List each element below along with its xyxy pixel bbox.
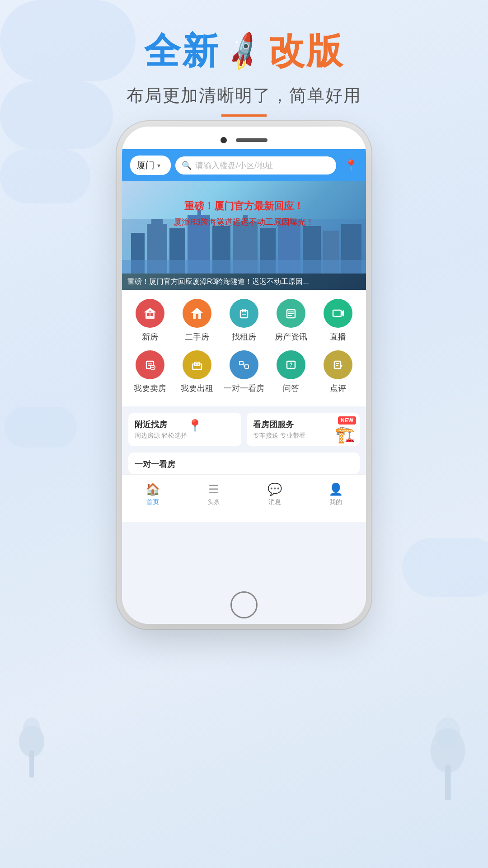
phone-speaker (236, 138, 267, 142)
one-to-one-icon-circle (230, 350, 258, 379)
second-hand-label: 二手房 (185, 331, 209, 342)
title-left: 全新 (144, 27, 220, 76)
menu-item-one-to-one[interactable]: 一对一看房 (224, 350, 264, 394)
svg-rect-24 (147, 313, 150, 316)
phone-notch (122, 127, 366, 149)
bg-cloud-5 (5, 407, 77, 448)
menu-item-live[interactable]: 直播 (318, 299, 358, 342)
city-selector[interactable]: 厦门 ▾ (130, 156, 171, 175)
bg-tree-left (14, 705, 50, 778)
city-name: 厦门 (136, 159, 155, 171)
phone-camera (221, 137, 227, 143)
search-bar[interactable]: 🔍 请输入楼盘/小区/地址 (175, 156, 336, 175)
banner-text-1: 重磅！厦门官方最新回应！ (122, 199, 366, 213)
rent-label: 找租房 (232, 331, 256, 342)
tab-mine-label: 我的 (329, 498, 342, 506)
menu-row-1: 新房 二手房 (127, 299, 361, 342)
title-row: 全新 🚀 改版 (0, 27, 488, 76)
nearby-card-subtitle: 周边房源 轻松选择 (135, 432, 235, 440)
chevron-down-icon: ▾ (157, 162, 160, 169)
bg-cloud-3 (0, 149, 90, 203)
menu-item-second-hand[interactable]: 二手房 (177, 299, 217, 342)
svg-rect-33 (242, 314, 246, 315)
phone-mockup: 厦门 ▾ 🔍 请输入楼盘/小区/地址 📍 (122, 127, 366, 624)
tab-message-icon: 💬 (267, 482, 282, 496)
menu-item-new-house[interactable]: 新房 (130, 299, 170, 342)
search-placeholder-text: 请输入楼盘/小区/地址 (195, 160, 273, 171)
svg-rect-29 (196, 314, 198, 319)
banner-bottom-bar: 重磅！厦门官方回应厦漳R3跨海隧道！迟迟不动工原因... (122, 274, 366, 290)
svg-rect-22 (145, 311, 155, 319)
svg-rect-48 (239, 361, 243, 365)
news-icon-circle (277, 299, 305, 328)
location-pin: 📍 (187, 419, 203, 434)
svg-rect-31 (242, 309, 244, 312)
menu-item-rent[interactable]: 找租房 (224, 299, 264, 342)
tab-bar: 🏠 首页 ☰ 头条 💬 消息 👤 我的 (122, 474, 366, 510)
svg-rect-21 (122, 260, 366, 274)
nearby-card-title: 附近找房 (135, 419, 235, 430)
group-tour-card[interactable]: NEW 看房团服务 专车接送 专业带看 🏗️ (247, 413, 360, 446)
tab-mine[interactable]: 👤 我的 (305, 479, 366, 506)
menu-item-review[interactable]: 点评 (318, 350, 358, 394)
menu-row-2: 我要卖房 我要出租 (127, 350, 361, 394)
banner-text-2: 厦漳R3跨海隧道迟迟不动工原因曝光！ (122, 217, 366, 227)
banner-scroll-text: 重磅！厦门官方回应厦漳R3跨海隧道！迟迟不动工原因... (127, 277, 309, 287)
one-to-one-label: 一对一看房 (224, 383, 264, 394)
svg-point-47 (196, 363, 198, 365)
menu-item-sell[interactable]: 我要卖房 (130, 350, 170, 394)
one-to-one-card-title: 一对一看房 (135, 460, 175, 469)
one-to-one-card[interactable]: 一对一看房 📍 (128, 453, 360, 474)
svg-rect-32 (244, 309, 246, 312)
menu-item-news[interactable]: 房产资讯 (271, 299, 311, 342)
tab-headline[interactable]: ☰ 头条 (183, 479, 244, 506)
svg-rect-38 (333, 310, 341, 316)
new-house-label: 新房 (142, 331, 158, 342)
home-button[interactable] (230, 591, 258, 618)
icons-section: 新房 二手房 (122, 290, 366, 406)
tab-home[interactable]: 🏠 首页 (122, 479, 183, 506)
tab-home-icon: 🏠 (145, 482, 160, 496)
banner-text-overlay: 重磅！厦门官方最新回应！ 厦漳R3跨海隧道迟迟不动工原因曝光！ (122, 199, 366, 227)
svg-rect-36 (288, 313, 294, 314)
title-right: 改版 (268, 27, 344, 76)
home-button-area (122, 510, 366, 522)
live-icon-circle (324, 299, 352, 328)
qa-label: 问答 (283, 383, 299, 394)
svg-text:?: ? (289, 362, 292, 368)
banner[interactable]: 重磅！厦门官方最新回应！ 厦漳R3跨海隧道迟迟不动工原因曝光！ 重磅！厦门官方回… (122, 181, 366, 290)
tab-message[interactable]: 💬 消息 (244, 479, 305, 506)
svg-point-2 (23, 717, 41, 743)
tab-message-label: 消息 (268, 498, 281, 506)
tab-home-label: 首页 (146, 498, 159, 506)
sell-icon-circle (136, 350, 164, 379)
header-subtitle: 布局更加清晰明了，简单好用 (0, 84, 488, 107)
header-underline (221, 114, 267, 117)
new-badge: NEW (338, 416, 356, 425)
svg-rect-49 (245, 365, 249, 368)
lease-icon-circle (183, 350, 211, 379)
qa-icon-circle: ? (277, 350, 305, 379)
bottom-cards-row: 附近找房 周边房源 轻松选择 NEW 看房团服务 专车接送 专业带看 🏗️ (128, 413, 360, 446)
header-area: 全新 🚀 改版 布局更加清晰明了，简单好用 (0, 27, 488, 117)
bg-tree-right (420, 701, 474, 800)
rent-icon-circle (230, 299, 258, 328)
live-label: 直播 (330, 331, 346, 342)
app-header: 厦门 ▾ 🔍 请输入楼盘/小区/地址 📍 (122, 149, 366, 181)
lease-label: 我要出租 (181, 383, 213, 394)
location-icon[interactable]: 📍 (344, 159, 358, 172)
second-hand-icon-circle (183, 299, 211, 328)
review-label: 点评 (330, 383, 346, 394)
building-icon: 🏗️ (335, 425, 355, 444)
menu-item-qa[interactable]: ? 问答 (271, 350, 311, 394)
svg-rect-37 (288, 315, 292, 316)
bottom-section: 附近找房 周边房源 轻松选择 NEW 看房团服务 专车接送 专业带看 🏗️ (122, 406, 366, 453)
svg-rect-25 (150, 313, 153, 316)
review-icon-circle (324, 350, 352, 379)
svg-rect-35 (288, 311, 294, 312)
phone-screen: 厦门 ▾ 🔍 请输入楼盘/小区/地址 📍 (122, 149, 366, 624)
search-icon: 🔍 (182, 160, 192, 170)
menu-item-lease[interactable]: 我要出租 (177, 350, 217, 394)
nearby-card[interactable]: 附近找房 周边房源 轻松选择 (128, 413, 241, 446)
tab-headline-icon: ☰ (208, 482, 219, 496)
